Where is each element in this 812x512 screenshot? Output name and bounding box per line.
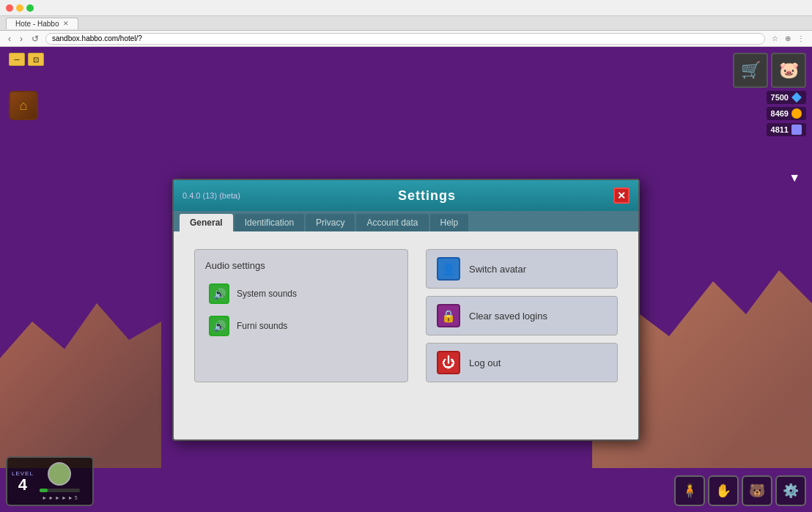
furni-sounds-item[interactable]: 🔊 Furni sounds <box>205 312 397 340</box>
logout-btn[interactable]: ⏻ Log out <box>426 343 618 382</box>
address-bar: ‹ › ↺ ☆ ⊕ ⋮ <box>0 31 812 47</box>
settings-modal: 0.4.0 (13) (beta) Settings ✕ General Ide… <box>172 179 640 441</box>
minimize-traffic-light[interactable] <box>16 4 23 12</box>
credits-row: 4811 <box>767 123 806 136</box>
toolbar-pet-icon: 🐻 <box>749 483 765 499</box>
gold-row: 8469 <box>767 107 806 120</box>
clear-logins-symbol: 🔒 <box>441 309 456 323</box>
credits-value: 4811 <box>771 125 789 134</box>
avatar <box>48 462 71 486</box>
back-btn[interactable]: ‹ <box>6 33 13 45</box>
modal-header: 0.4.0 (13) (beta) Settings ✕ <box>174 180 638 211</box>
system-sounds-item[interactable]: 🔊 System sounds <box>205 280 397 308</box>
diamond-icon <box>791 92 802 103</box>
extensions-btn[interactable]: ⊕ <box>783 34 793 44</box>
switch-avatar-btn[interactable]: 👤 Switch avatar <box>426 249 618 289</box>
toolbar-avatar-icon: 🧍 <box>682 483 698 499</box>
browser-actions: ☆ ⊕ ⋮ <box>769 34 806 44</box>
diamonds-row: 7500 <box>767 91 806 104</box>
restore-btn[interactable]: ⊡ <box>28 53 44 66</box>
system-sounds-label: System sounds <box>237 289 297 299</box>
audio-panel: Audio settings 🔊 System sounds 🔊 Furni s… <box>194 249 408 382</box>
close-icon: ✕ <box>617 190 626 201</box>
home-icon: ⌂ <box>20 98 28 114</box>
cart-icon: 🛒 <box>741 61 761 80</box>
furni-sounds-label: Furni sounds <box>237 321 287 331</box>
tab-title: Hote - Habbo <box>15 20 59 28</box>
switch-avatar-icon: 👤 <box>437 257 460 281</box>
modal-content: Audio settings 🔊 System sounds 🔊 Furni s… <box>174 231 638 400</box>
floppy-icon <box>791 125 802 135</box>
toolbar-hand-icon: ✋ <box>715 483 731 499</box>
xp-label: ► ► ► ► ► 5 <box>42 495 77 500</box>
level-indicator: LEVEL 4 ► ► ► ► ► 5 <box>6 456 94 506</box>
toolbar-avatar-btn[interactable]: 🧍 <box>674 475 705 506</box>
level-number: 4 <box>18 477 27 493</box>
system-sounds-icon: 🔊 <box>209 283 229 304</box>
furni-sounds-icon: 🔊 <box>209 316 229 336</box>
tab-privacy[interactable]: Privacy <box>306 214 355 231</box>
window-controls: ─ ⊡ <box>9 53 44 66</box>
browser-chrome <box>0 0 812 16</box>
bottom-toolbar: 🧍 ✋ 🐻 ⚙️ <box>674 475 806 506</box>
toolbar-hand-btn[interactable]: ✋ <box>708 475 739 506</box>
chevron-down-btn[interactable]: ▼ <box>789 171 800 185</box>
switch-avatar-label: Switch avatar <box>469 264 526 275</box>
modal-close-btn[interactable]: ✕ <box>613 188 630 204</box>
actions-panel: 👤 Switch avatar 🔒 Clear saved logins ⏻ L… <box>426 249 618 382</box>
home-button[interactable]: ⌂ <box>9 91 38 120</box>
xp-bar <box>40 489 48 492</box>
minimize-btn[interactable]: ─ <box>9 53 25 66</box>
piggy-icon: 🐷 <box>779 61 799 80</box>
audio-panel-title: Audio settings <box>205 260 397 271</box>
tab-identification[interactable]: Identification <box>235 214 304 231</box>
modal-title: Settings <box>398 188 456 204</box>
gold-value: 8469 <box>771 109 789 118</box>
modal-tabs: General Identification Privacy Account d… <box>174 211 638 231</box>
clear-logins-label: Clear saved logins <box>469 311 547 322</box>
top-right-ui: 🛒 🐷 7500 8469 4811 <box>733 53 806 136</box>
cart-btn[interactable]: 🛒 <box>733 53 768 88</box>
modal-version: 0.4.0 (13) (beta) <box>182 191 240 200</box>
menu-btn[interactable]: ⋮ <box>796 34 806 44</box>
clear-logins-icon: 🔒 <box>437 304 460 327</box>
switch-avatar-symbol: 👤 <box>441 262 456 276</box>
traffic-lights <box>6 4 34 12</box>
logout-label: Log out <box>469 357 501 368</box>
toolbar-settings-btn[interactable]: ⚙️ <box>775 475 806 506</box>
clear-logins-btn[interactable]: 🔒 Clear saved logins <box>426 296 618 335</box>
tab-close-btn[interactable]: ✕ <box>63 20 69 27</box>
browser-tab[interactable]: Hote - Habbo ✕ <box>6 18 78 29</box>
bookmark-btn[interactable]: ☆ <box>769 34 780 44</box>
toolbar-settings-icon: ⚙️ <box>783 483 799 499</box>
gold-icon <box>791 108 802 119</box>
close-traffic-light[interactable] <box>6 4 13 12</box>
icon-buttons-row: 🛒 🐷 <box>733 53 806 88</box>
piggy-btn[interactable]: 🐷 <box>771 53 806 88</box>
toolbar-pet-btn[interactable]: 🐻 <box>742 475 772 506</box>
reload-btn[interactable]: ↺ <box>29 33 41 45</box>
tab-help[interactable]: Help <box>430 214 469 231</box>
game-area: ─ ⊡ ⌂ 🛒 🐷 7500 8469 4811 ▼ <box>0 47 812 512</box>
logout-icon: ⏻ <box>437 351 460 374</box>
url-input[interactable] <box>45 33 765 45</box>
tab-bar: Hote - Habbo ✕ <box>0 16 812 31</box>
logout-symbol: ⏻ <box>442 355 455 371</box>
city-left-bg <box>0 285 161 468</box>
tab-general[interactable]: General <box>180 214 233 231</box>
forward-btn[interactable]: › <box>18 33 25 45</box>
diamonds-value: 7500 <box>771 93 789 102</box>
fullscreen-traffic-light[interactable] <box>26 4 34 12</box>
level-text-block: LEVEL 4 <box>12 470 34 493</box>
tab-account-data[interactable]: Account data <box>356 214 428 231</box>
